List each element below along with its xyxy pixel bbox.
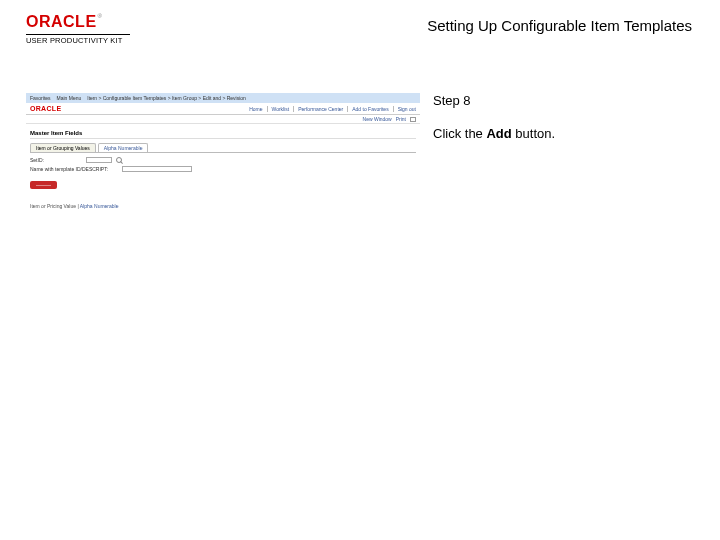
page-title: Setting Up Configurable Item Templates bbox=[427, 17, 692, 34]
util-new-window[interactable]: New Window bbox=[363, 116, 392, 122]
section-heading: Master Item Fields bbox=[26, 124, 420, 138]
breadcrumb-path: Item > Configurable Item Templates > Ite… bbox=[87, 95, 246, 101]
header-links: Home Worklist Performance Center Add to … bbox=[249, 106, 416, 112]
logo-divider bbox=[26, 34, 130, 35]
instr-pre: Click the bbox=[433, 126, 486, 141]
template-input[interactable] bbox=[122, 166, 192, 172]
util-print[interactable]: Print bbox=[396, 116, 406, 122]
embedded-screenshot: Favorites Main Menu Item > Configurable … bbox=[26, 93, 420, 243]
step-number: Step 8 bbox=[433, 93, 693, 108]
app-header: ORACLE Home Worklist Performance Center … bbox=[26, 103, 420, 115]
nav-sign-out[interactable]: Sign out bbox=[393, 106, 416, 112]
instr-post: button. bbox=[512, 126, 555, 141]
setid-input[interactable] bbox=[86, 157, 112, 163]
footer-link[interactable]: Alpha Numerable bbox=[80, 203, 119, 209]
add-button[interactable]: ——— bbox=[30, 181, 57, 189]
app-brand: ORACLE bbox=[30, 105, 61, 112]
breadcrumb-bar: Favorites Main Menu Item > Configurable … bbox=[26, 93, 420, 103]
nav-home[interactable]: Home bbox=[249, 106, 262, 112]
nav-worklist[interactable]: Worklist bbox=[267, 106, 290, 112]
logo-registered: ® bbox=[98, 13, 102, 19]
breadcrumb-favorites[interactable]: Favorites bbox=[30, 95, 51, 101]
breadcrumb-main-menu[interactable]: Main Menu bbox=[57, 95, 82, 101]
tabstrip: Item or Grouping Values Alpha Numerable bbox=[30, 143, 416, 152]
search-icon[interactable] bbox=[116, 157, 122, 163]
util-icon[interactable] bbox=[410, 117, 416, 122]
section-divider bbox=[30, 138, 416, 139]
utility-row: New Window Print bbox=[26, 115, 420, 124]
instruction-panel: Step 8 Click the Add button. bbox=[433, 93, 693, 141]
tab-alpha-numerable[interactable]: Alpha Numerable bbox=[98, 143, 149, 152]
footer-links: Item or Pricing Value | Alpha Numerable bbox=[26, 195, 420, 217]
setid-label: SetID: bbox=[30, 157, 82, 163]
form-body: SetID: Name with template ID/DESCRIPT: bbox=[30, 152, 416, 172]
step-instruction: Click the Add button. bbox=[433, 126, 693, 141]
footer-text: Item or Pricing Value | bbox=[30, 203, 80, 209]
nav-add-favorites[interactable]: Add to Favorites bbox=[347, 106, 388, 112]
logo-wordmark: ORACLE bbox=[26, 13, 97, 30]
instr-bold: Add bbox=[486, 126, 511, 141]
nav-performance[interactable]: Performance Center bbox=[293, 106, 343, 112]
brand-logo: ORACLE® USER PRODUCTIVITY KIT bbox=[26, 13, 130, 45]
logo-subtitle: USER PRODUCTIVITY KIT bbox=[26, 36, 130, 45]
tab-item-grouping[interactable]: Item or Grouping Values bbox=[30, 143, 96, 152]
template-label: Name with template ID/DESCRIPT: bbox=[30, 166, 118, 172]
